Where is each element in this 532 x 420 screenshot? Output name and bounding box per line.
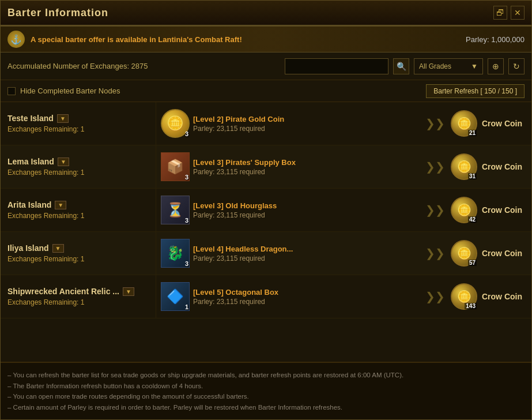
info-line-2: – The Barter Information refresh button … (7, 381, 525, 391)
island-name-text: Teste Island (7, 114, 54, 123)
item-parley: Parley: 23,115 required (193, 125, 420, 133)
item-parley: Parley: 23,115 required (193, 211, 420, 219)
island-tag[interactable]: ▼ (55, 201, 66, 209)
item-count: 3 (185, 217, 188, 224)
island-tag[interactable]: ▼ (57, 114, 69, 123)
exchanges-label: Accumulated Number of Exchanges: 2875 (7, 62, 280, 70)
result-section: 🪙 42 Crow Coin (451, 197, 527, 223)
crow-coin-box: 🪙 31 (451, 153, 477, 180)
item-name: [Level 3] Old Hourglass (193, 201, 420, 210)
barter-window: Barter Information 🗗 ✕ ⚓ A special barte… (0, 0, 532, 420)
target-button[interactable]: ⊕ (488, 58, 504, 74)
exchanges-remaining: Exchanges Remaining: 1 (7, 125, 149, 133)
item-parley: Parley: 23,115 required (193, 298, 420, 306)
hide-left: Hide Completed Barter Nodes (7, 87, 120, 95)
window-title: Barter Information (7, 7, 108, 19)
crow-coin-box: 🪙 42 (451, 197, 477, 223)
item-info: [Level 3] Old Hourglass Parley: 23,115 r… (193, 201, 420, 219)
item-info: [Level 4] Headless Dragon... Parley: 23,… (193, 245, 420, 262)
info-line-1: – You can refresh the barter list for se… (7, 370, 525, 380)
item-count: 1 (185, 303, 188, 310)
island-tag[interactable]: ▼ (52, 244, 64, 253)
crow-coin-box: 🪙 21 (451, 110, 477, 137)
minimize-button[interactable]: 🗗 (493, 6, 507, 20)
table-row[interactable]: Lema Island ▼ Exchanges Remaining: 1 📦 3… (1, 145, 531, 189)
item-count: 3 (185, 130, 188, 137)
arrow-icon: ❯❯ (423, 117, 447, 130)
table-row[interactable]: Iliya Island ▼ Exchanges Remaining: 1 🐉 … (1, 232, 531, 275)
item-info: [Level 3] Pirates' Supply Box Parley: 23… (193, 158, 420, 176)
result-section: 🪙 57 Crow Coin (451, 240, 527, 267)
crow-coin-label: Crow Coin (482, 162, 522, 171)
controls-bar: Accumulated Number of Exchanges: 2875 🔍 … (1, 52, 531, 80)
trade-section: 🪙 3 [Level 2] Pirate Gold Coin Parley: 2… (156, 102, 531, 145)
island-section: Teste Island ▼ Exchanges Remaining: 1 (1, 102, 156, 145)
island-section: Arita Island ▼ Exchanges Remaining: 1 (1, 189, 156, 231)
table-row[interactable]: Teste Island ▼ Exchanges Remaining: 1 🪙 … (1, 102, 531, 145)
island-name: Lema Island ▼ (7, 157, 149, 166)
crow-coin-count: 57 (468, 260, 477, 266)
title-buttons: 🗗 ✕ (493, 6, 525, 20)
grade-dropdown[interactable]: All Grades ▼ (414, 58, 483, 74)
trade-section: 🔷 1 [Level 5] Octagonal Box Parley: 23,1… (156, 275, 531, 318)
trade-section: 🐉 3 [Level 4] Headless Dragon... Parley:… (156, 232, 531, 275)
offer-left: ⚓ A special barter offer is available in… (7, 31, 242, 48)
offer-text: A special barter offer is available in L… (31, 35, 242, 44)
title-bar: Barter Information 🗗 ✕ (1, 1, 531, 26)
parley-display: Parley: 1,000,000 (466, 35, 525, 44)
crow-coin-label: Crow Coin (482, 249, 522, 258)
island-name: Shipwrecked Ancient Relic ... ▼ (7, 287, 149, 296)
special-offer-bar: ⚓ A special barter offer is available in… (1, 26, 531, 52)
exchanges-remaining: Exchanges Remaining: 1 (7, 168, 149, 177)
island-name-text: Lema Island (7, 157, 54, 166)
hide-completed-checkbox[interactable] (7, 87, 16, 95)
hide-completed-label: Hide Completed Barter Nodes (20, 87, 120, 95)
offer-prefix: A special barter offer is available in (31, 35, 158, 44)
search-button[interactable]: 🔍 (393, 58, 409, 74)
island-section: Lema Island ▼ Exchanges Remaining: 1 (1, 145, 156, 188)
trade-section: 📦 3 [Level 3] Pirates' Supply Box Parley… (156, 145, 531, 188)
result-section: 🪙 143 Crow Coin (451, 283, 527, 310)
item-name: [Level 5] Octagonal Box (193, 288, 420, 297)
arrow-icon: ❯❯ (423, 203, 447, 217)
arrow-icon: ❯❯ (423, 290, 447, 303)
trade-item-box: 📦 3 (161, 152, 190, 181)
table-row[interactable]: Shipwrecked Ancient Relic ... ▼ Exchange… (1, 275, 531, 318)
island-name: Arita Island ▼ (7, 200, 149, 209)
grade-label: All Grades (419, 62, 451, 70)
info-line-3: – You can open more trade routes dependi… (7, 391, 525, 402)
crow-coin-box: 🪙 143 (451, 283, 477, 310)
item-count: 3 (185, 260, 188, 267)
item-parley: Parley: 23,115 required (193, 168, 420, 176)
close-button[interactable]: ✕ (511, 6, 525, 20)
trade-item-box: 🐉 3 (161, 239, 190, 268)
refresh-button[interactable]: ↻ (508, 58, 525, 74)
offer-icon: ⚓ (7, 31, 25, 48)
chevron-down-icon: ▼ (471, 62, 478, 70)
crow-coin-count: 21 (468, 130, 477, 136)
exchanges-remaining: Exchanges Remaining: 1 (7, 298, 149, 306)
trade-item-box: 🪙 3 (161, 109, 190, 138)
island-name: Iliya Island ▼ (7, 243, 149, 253)
island-section: Iliya Island ▼ Exchanges Remaining: 1 (1, 232, 156, 275)
offer-location[interactable]: Lantinia's Combat Raft! (158, 35, 242, 44)
item-name: [Level 2] Pirate Gold Coin (193, 115, 420, 123)
exchanges-remaining: Exchanges Remaining: 1 (7, 212, 149, 220)
info-line-4: – Certain amount of Parley is required i… (7, 402, 525, 412)
island-tag[interactable]: ▼ (58, 158, 69, 166)
search-input[interactable] (285, 58, 388, 74)
item-info: [Level 2] Pirate Gold Coin Parley: 23,11… (193, 115, 420, 133)
crow-coin-count: 42 (468, 216, 477, 223)
item-parley: Parley: 23,115 required (193, 254, 420, 262)
crow-coin-box: 🪙 57 (451, 240, 477, 267)
island-section: Shipwrecked Ancient Relic ... ▼ Exchange… (1, 275, 156, 318)
island-tag[interactable]: ▼ (123, 287, 134, 296)
barter-list: Teste Island ▼ Exchanges Remaining: 1 🪙 … (1, 102, 531, 362)
item-name: [Level 3] Pirates' Supply Box (193, 158, 420, 167)
table-row[interactable]: Arita Island ▼ Exchanges Remaining: 1 ⏳ … (1, 189, 531, 232)
refresh-info: Barter Refresh [ 150 / 150 ] (426, 84, 525, 98)
crow-coin-count: 143 (465, 303, 477, 309)
exchanges-remaining: Exchanges Remaining: 1 (7, 255, 149, 263)
hide-bar: Hide Completed Barter Nodes Barter Refre… (1, 80, 531, 102)
trade-item-box: ⏳ 3 (161, 196, 190, 224)
